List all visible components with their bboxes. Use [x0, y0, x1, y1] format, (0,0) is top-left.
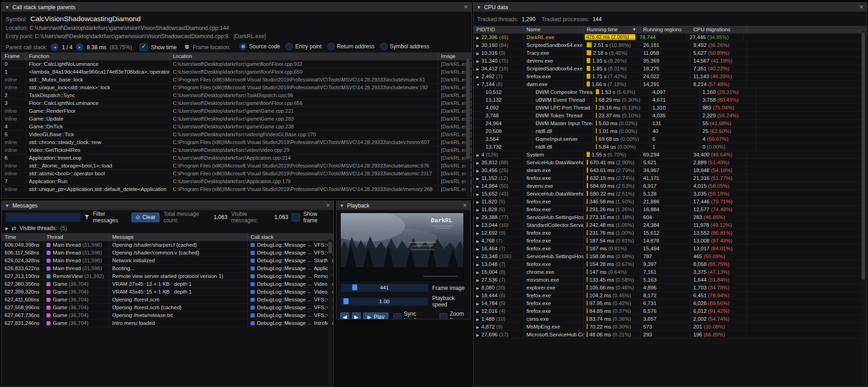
cpu-process-row[interactable]: ▶8,080 (20)explorer.exe105.66 ms (0.46%)…	[474, 284, 867, 292]
cpu-thread-row[interactable]: 13,132uDWM Event Thread68.29 ms (0.30%)4…	[474, 96, 867, 104]
message-row[interactable]: 606,049,398nsMain thread (31,596)Opening…	[2, 241, 333, 249]
cpu-process-row[interactable]: ▶31,340 (75)devenv.exe1.91 s (8.26%)35,3…	[474, 57, 867, 65]
collapse-icon[interactable]: ▼	[5, 5, 9, 10]
message-row[interactable]: 627,313,190nsRemoteView (31,392)Remote v…	[2, 272, 333, 280]
cpu-process-row[interactable]: ▶10,316 (9)Tracy.exe2.18 s (9.45%)11,058…	[474, 49, 867, 57]
cpu-process-row[interactable]: ▶4 (126)System1.55 s (6.70%)69,29434,400…	[474, 151, 867, 159]
expand-icon[interactable]: ▶	[476, 58, 481, 64]
cpu-process-row[interactable]: ▶30,160 (84)ScriptedSandbox64.exe2.51 s …	[474, 41, 867, 49]
collapse-icon[interactable]: ▼	[5, 203, 9, 208]
collapse-icon[interactable]: ▼	[476, 81, 481, 88]
expand-icon[interactable]: ▶	[476, 316, 481, 323]
messages-scrollbar[interactable]	[328, 239, 332, 385]
cpu-process-row[interactable]: ▶11,828 (6)firefox.exe291.26 ms (1.26%)1…	[474, 206, 867, 214]
callstack-frame-row[interactable]: inlinestd::unique_lock<std::mutex>::lock…	[2, 84, 471, 92]
cpu-thread-row[interactable]: 20,508ntdll.dll1.01 ms (0.00%)4025 (62.5…	[474, 127, 867, 135]
column-header-thread[interactable]: Thread	[44, 233, 109, 241]
expand-icon[interactable]: ▶	[476, 308, 481, 315]
clear-button[interactable]: ⊘ Clear	[131, 213, 160, 222]
cpu-process-row[interactable]: ▶27,536 (7)msvsmon.exe133.45 ms (0.58%)5…	[474, 276, 867, 284]
cpu-process-row[interactable]: ▶23,348 (106)ServiceHub.SettingsHost158.…	[474, 253, 867, 260]
next-parent-button[interactable]: ▶	[76, 43, 84, 51]
play-button[interactable]: ▶ Play	[363, 312, 389, 320]
expand-icon[interactable]: ▶	[476, 332, 481, 338]
expand-icon[interactable]: ▶	[476, 66, 481, 72]
expand-icon[interactable]: ▶	[476, 168, 481, 174]
expand-icon[interactable]: ▶	[476, 42, 481, 49]
expand-icon[interactable]: ▶	[476, 183, 481, 190]
cpu-process-row[interactable]: ▶22,396 (49)DarkRL.exe476.42 ms (2.06%)7…	[474, 34, 867, 41]
callstack-frame-row[interactable]: inlinestd::chrono::steady_clock::nowC:\P…	[2, 139, 471, 146]
collapse-icon[interactable]: ▼	[340, 203, 344, 208]
cpu-process-row[interactable]: ▶16,464 (7)firefox.exe187 ms (0.81%)15,4…	[474, 245, 867, 253]
cpu-thread-row[interactable]: 13,732ntdll.dll5.84 us (0.00%)10 (0.00%)	[474, 143, 867, 151]
radio-symbol-address[interactable]: Symbol address	[380, 43, 429, 50]
column-header-cpu-migrations[interactable]: CPU migrations	[691, 26, 747, 34]
cpu-process-row[interactable]: ▶14,984 (50)devenv.exe584.69 ms (2.53%)6…	[474, 182, 867, 190]
cpu-scrollbar[interactable]	[861, 31, 866, 385]
expand-icon[interactable]: ▶	[476, 254, 481, 260]
close-icon[interactable]: ✕	[859, 4, 863, 10]
scrollbar-thumb[interactable]	[328, 242, 332, 254]
expand-icon[interactable]: ▶	[476, 261, 481, 268]
expand-icon[interactable]: ▶	[476, 324, 481, 330]
cpu-titlebar[interactable]: ▼ CPU data ✕	[474, 3, 867, 12]
callstack-frame-row[interactable]: inlineVideo::GetTicksHiResC:\Users\wolf\…	[2, 146, 471, 154]
message-callstack-cell[interactable]: DebugLog::Message ← StartNetwo	[248, 257, 333, 264]
cpu-process-row[interactable]: ▶15,652 (43)ServiceHub.DataWarehou580.22…	[474, 190, 867, 198]
message-callstack-cell[interactable]: DebugLog::Message ← IntroMenu::	[248, 319, 333, 327]
expand-icon[interactable]: ▶	[476, 191, 481, 197]
expand-icon[interactable]: ▶	[476, 222, 481, 229]
expand-icon[interactable]: ▶	[476, 175, 481, 182]
sync-timeline-checkbox[interactable]	[394, 313, 401, 320]
playback-speed-slider[interactable]: 1.00	[340, 297, 428, 306]
message-callstack-cell[interactable]: DebugLog::Message ← Application:	[248, 265, 333, 272]
cpu-thread-row[interactable]: 24,964DWM Master Input Thread5.03 ms (0.…	[474, 120, 867, 127]
message-callstack-cell[interactable]: DebugLog::Message ← RemoteViev	[248, 272, 333, 280]
cpu-process-row[interactable]: ▶12,692 (9)firefox.exe231.76 ms (1.00%)1…	[474, 229, 867, 237]
message-callstack-cell[interactable]: DebugLog::Message ← VFS::Open	[248, 249, 333, 256]
scrollbar-thumb[interactable]	[862, 32, 865, 280]
expand-icon[interactable]: ▶	[476, 152, 481, 158]
messages-titlebar[interactable]: ▼ Messages ✕	[2, 201, 333, 210]
message-row[interactable]: 606,117,568nsMain thread (31,596)Opening…	[2, 249, 333, 257]
message-row[interactable]: 627,667,736nsGame (36,704)Opening /meta/…	[2, 312, 333, 319]
column-header-callstack[interactable]: Call stack	[248, 233, 333, 241]
message-row[interactable]: 627,399,320nsGame (36,704)VRAM 43x45: 15…	[2, 288, 333, 296]
cpu-thread-row[interactable]: 3,748DWM Token Thread23.37 ms (0.10%)4,0…	[474, 112, 867, 120]
callstack-titlebar[interactable]: ▼ Call stack sample parents ✕	[2, 3, 471, 12]
callstack-frame-row[interactable]: 0Floor::CalcLightNoLuminanceC:\Users\wol…	[2, 60, 471, 68]
message-callstack-cell[interactable]: DebugLog::Message ← VFS::Open:	[248, 312, 333, 319]
expand-icon[interactable]: ▶	[476, 199, 481, 205]
radio-entry-point[interactable]: Entry point	[286, 43, 321, 50]
expand-icon[interactable]: ▶	[476, 285, 481, 291]
radio-return-address[interactable]: Return address	[327, 43, 375, 50]
close-icon[interactable]: ✕	[464, 4, 468, 10]
cpu-process-row[interactable]: ▶13,048 (7)firefox.exe154.28 ms (0.67%)9…	[474, 260, 867, 268]
cpu-process-row[interactable]: ▶35,812 (88)ServiceHub.DataWarehou670.41…	[474, 159, 867, 167]
cpu-process-row[interactable]: ▶30,456 (25)steam.exe643.61 ms (2.79%)34…	[474, 167, 867, 174]
expand-icon[interactable]: ▶	[476, 50, 481, 57]
column-header-name[interactable]: Name	[524, 26, 584, 34]
radio-source-code[interactable]: Source code	[240, 43, 280, 50]
message-callstack-cell[interactable]: DebugLog::Message ← VFS::Open:	[248, 296, 333, 303]
cpu-process-row[interactable]: ▶27,696 (17)Microsoft.ServiceHub.Co48.06…	[474, 331, 867, 339]
callstack-frame-row[interactable]: inlineGame::RenderFloorC:\Users\wolf\Des…	[2, 107, 471, 115]
cpu-process-row[interactable]: ▶15,004 (8)chrome.exe147 ms (0.64%)7,161…	[474, 268, 867, 276]
expand-icon[interactable]: ▶	[476, 269, 481, 276]
message-row[interactable]: 627,558,996nsGame (36,704)Opening /fores…	[2, 304, 333, 312]
show-time-checkbox[interactable]	[140, 43, 148, 51]
callstack-frame-row[interactable]: 7Application::RunC:\Users\wolf\Desktop\d…	[2, 178, 471, 185]
expand-icon[interactable]: ▶	[476, 207, 481, 213]
frame-slider[interactable]: 441	[340, 283, 428, 292]
cpu-process-row[interactable]: ▶2,492 (7)firefox.exe1.71 s (7.42%)24,02…	[474, 73, 867, 81]
column-header-pid-tid[interactable]: PID/TID	[474, 26, 524, 34]
close-icon[interactable]: ✕	[326, 202, 330, 208]
cpu-process-row[interactable]: ▶4,768 (7)firefox.exe187.54 ms (0.81%)14…	[474, 237, 867, 245]
prev-frame-button[interactable]: ◀	[340, 312, 349, 320]
close-icon[interactable]: ✕	[463, 202, 467, 208]
show-frame-checkbox[interactable]	[292, 214, 300, 221]
expand-icon[interactable]: ▶	[476, 160, 481, 166]
cpu-process-row[interactable]: ▼7,144 (8)dwm.exe1.66 s (7.18%)14,2918,2…	[474, 81, 867, 88]
callstack-frame-row[interactable]: inlineGame::UpdateC:\Users\wolf\Desktop\…	[2, 115, 471, 123]
